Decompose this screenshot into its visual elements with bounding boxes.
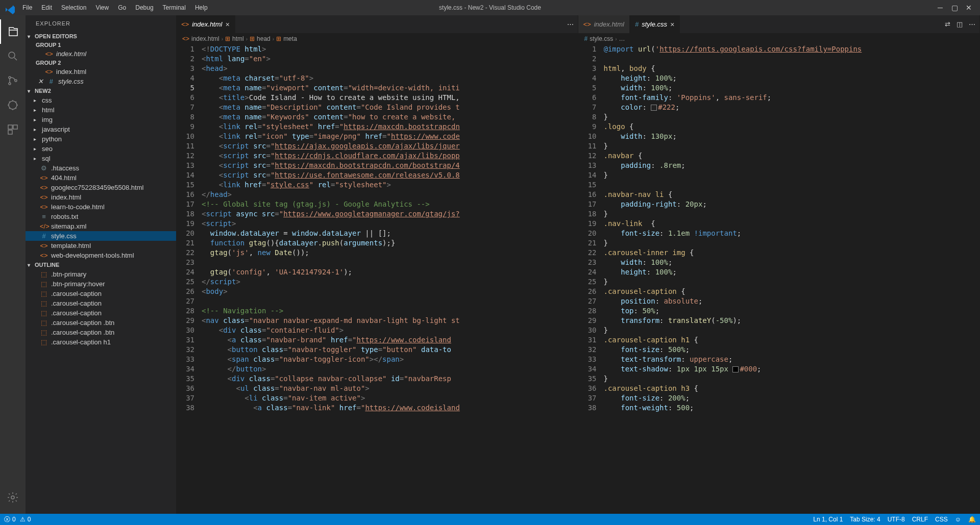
section-open-editors[interactable]: ▾OPEN EDITORS: [26, 32, 176, 41]
activity-scm[interactable]: [0, 68, 26, 93]
menu-view[interactable]: View: [91, 2, 113, 13]
file-web-development-tools.html[interactable]: <>web-development-tools.html: [26, 251, 176, 260]
folder-css[interactable]: ▸css: [26, 95, 176, 105]
statusbar: ⓧ 0 ⚠ 0 Ln 1, Col 1 Tab Size: 4 UTF-8 CR…: [0, 514, 980, 525]
vscode-icon: [4, 4, 12, 12]
titlebar: File Edit Selection View Go Debug Termin…: [0, 0, 980, 15]
open-editor-style[interactable]: ✕#style.css: [26, 77, 176, 86]
menu-selection[interactable]: Selection: [57, 2, 90, 13]
activity-search[interactable]: [0, 44, 26, 68]
editor-group-1: <> index.html × ⋯ <> index.html › ⊞ html…: [176, 15, 578, 514]
group1-label: GROUP 1: [26, 41, 176, 49]
sidebar: EXPLORER ▾OPEN EDITORS GROUP 1 <>index.h…: [26, 15, 176, 514]
status-ln-col[interactable]: Ln 1, Col 1: [813, 516, 843, 523]
file-.htaccess[interactable]: ⚙.htaccess: [26, 163, 176, 173]
html-icon: <>: [181, 20, 189, 28]
menu-terminal[interactable]: Terminal: [159, 2, 190, 13]
file-template.html[interactable]: <>template.html: [26, 241, 176, 251]
file-sitemap.xml[interactable]: </>sitemap.xml: [26, 221, 176, 231]
svg-point-8: [11, 496, 14, 499]
minimize-icon[interactable]: ─: [937, 5, 943, 11]
breadcrumb-1[interactable]: <> index.html › ⊞ html › ⊞ head › ⊞ meta: [176, 33, 578, 44]
outline-item[interactable]: ⬚.carousel-caption: [26, 308, 176, 318]
status-tab-size[interactable]: Tab Size: 4: [850, 516, 880, 523]
open-editor-index2[interactable]: <>index.html: [26, 67, 176, 77]
close-icon[interactable]: ✕: [966, 5, 972, 11]
html-icon: <>: [583, 20, 591, 28]
tab-bar-1: <> index.html × ⋯: [176, 15, 578, 33]
maximize-icon[interactable]: ▢: [951, 5, 958, 11]
svg-rect-7: [8, 130, 12, 134]
tab-index-html[interactable]: <> index.html ×: [176, 15, 235, 33]
status-feedback-icon[interactable]: ☺: [955, 516, 961, 523]
svg-point-2: [9, 83, 11, 85]
svg-rect-6: [13, 125, 17, 129]
svg-point-0: [9, 52, 15, 58]
outline-item[interactable]: ⬚.btn-primary:hover: [26, 279, 176, 289]
file-learn-to-code.html[interactable]: <>learn-to-code.html: [26, 202, 176, 212]
group2-label: GROUP 2: [26, 59, 176, 67]
outline-item[interactable]: ⬚.carousel-caption h1: [26, 337, 176, 347]
activity-settings[interactable]: [0, 485, 26, 510]
tab-bar-2: <> index.html # style.css × ⇄ ◫ ⋯: [578, 15, 980, 33]
folder-html[interactable]: ▸html: [26, 105, 176, 115]
file-robots.txt[interactable]: ≡robots.txt: [26, 212, 176, 221]
outline-item[interactable]: ⬚.carousel-caption: [26, 289, 176, 298]
status-bell-icon[interactable]: 🔔: [968, 516, 976, 523]
minimap[interactable]: [949, 44, 979, 514]
svg-point-1: [9, 77, 11, 79]
outline-item[interactable]: ⬚.carousel-caption .btn: [26, 328, 176, 337]
more-icon[interactable]: ⋯: [969, 20, 975, 28]
activity-debug[interactable]: [0, 93, 26, 117]
menu-file[interactable]: File: [18, 2, 36, 13]
outline-item[interactable]: ⬚.carousel-caption .btn: [26, 318, 176, 328]
file-index.html[interactable]: <>index.html: [26, 192, 176, 202]
menu-edit[interactable]: Edit: [37, 2, 56, 13]
window-title: style.css - New2 - Visual Studio Code: [439, 4, 541, 11]
activity-bar: [0, 15, 26, 514]
status-warnings[interactable]: ⚠ 0: [20, 516, 31, 523]
menu-debug[interactable]: Debug: [131, 2, 157, 13]
folder-img[interactable]: ▸img: [26, 115, 176, 124]
outline-item[interactable]: ⬚.btn-primary: [26, 269, 176, 279]
folder-javascript[interactable]: ▸javascript: [26, 124, 176, 134]
css-icon: #: [635, 20, 639, 28]
file-404.html[interactable]: <>404.html: [26, 173, 176, 183]
tab-close-icon[interactable]: ×: [225, 20, 229, 29]
tab-close-icon[interactable]: ×: [670, 20, 674, 29]
svg-rect-5: [8, 125, 12, 129]
folder-seo[interactable]: ▸seo: [26, 144, 176, 154]
editor-group-2: <> index.html # style.css × ⇄ ◫ ⋯ # styl…: [578, 15, 981, 514]
file-style.css[interactable]: #style.css: [26, 231, 176, 241]
window-controls: ─ ▢ ✕: [933, 5, 976, 11]
menu-go[interactable]: Go: [114, 2, 130, 13]
split-icon[interactable]: ◫: [957, 20, 963, 28]
breadcrumb-2[interactable]: # style.css › …: [578, 33, 980, 44]
activity-explorer[interactable]: [0, 19, 26, 44]
menu-bar: File Edit Selection View Go Debug Termin…: [18, 2, 212, 13]
diff-icon[interactable]: ⇄: [945, 20, 950, 28]
activity-extensions[interactable]: [0, 117, 26, 142]
open-editor-index[interactable]: <>index.html: [26, 49, 176, 59]
status-errors[interactable]: ⓧ 0: [4, 515, 16, 524]
menu-help[interactable]: Help: [191, 2, 212, 13]
minimap[interactable]: [547, 44, 578, 514]
tab-style-css[interactable]: # style.css ×: [630, 15, 680, 33]
folder-python[interactable]: ▸python: [26, 134, 176, 144]
code-editor-2[interactable]: 1234567891011121314151617181920212223242…: [578, 44, 980, 514]
status-eol[interactable]: CRLF: [912, 516, 928, 523]
file-googlecc752283459e5508.html[interactable]: <>googlecc752283459e5508.html: [26, 183, 176, 192]
sidebar-title: EXPLORER: [26, 15, 176, 32]
status-encoding[interactable]: UTF-8: [888, 516, 905, 523]
status-lang[interactable]: CSS: [935, 516, 948, 523]
tab-index-html-2[interactable]: <> index.html: [578, 15, 630, 33]
section-outline[interactable]: ▾OUTLINE: [26, 260, 176, 269]
section-folder[interactable]: ▾NEW2: [26, 86, 176, 95]
folder-sql[interactable]: ▸sql: [26, 154, 176, 163]
more-icon[interactable]: ⋯: [567, 20, 574, 28]
code-editor-1[interactable]: 1234567891011121314151617181920212223242…: [176, 44, 578, 514]
outline-item[interactable]: ⬚.carousel-caption: [26, 298, 176, 308]
